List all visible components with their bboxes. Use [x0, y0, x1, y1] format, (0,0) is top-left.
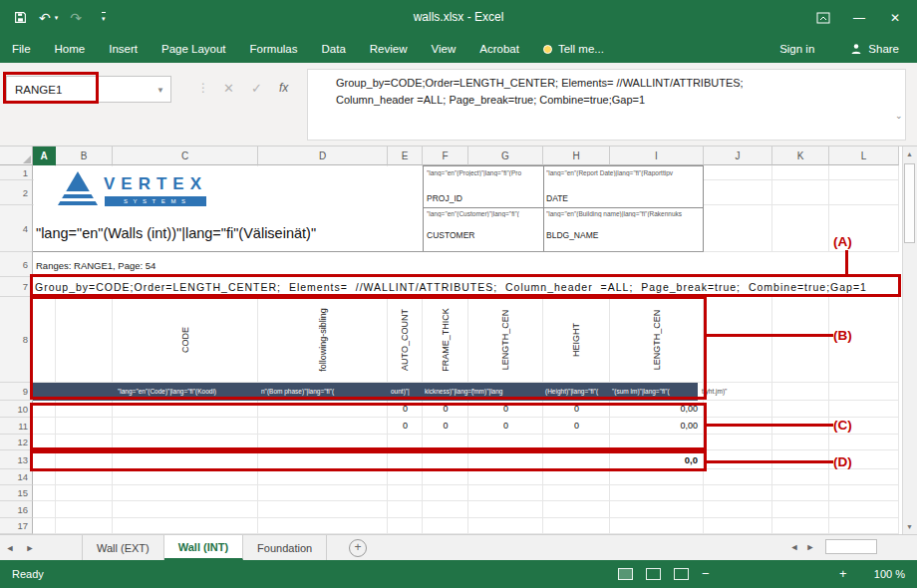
- header-fragment: "(sum lm)"|lang="fi"(: [612, 388, 670, 395]
- data-cell[interactable]: 0,00: [610, 401, 698, 418]
- sheet-content: VERTEX S Y S T E M S "lang="en"(Project)…: [0, 0, 917, 588]
- logo-subtext: S Y S T E M S: [105, 196, 206, 206]
- cell-customer[interactable]: CUSTOMER: [427, 230, 475, 240]
- data-cell[interactable]: 0: [388, 401, 423, 418]
- data-cell[interactable]: 0: [423, 418, 468, 435]
- rotated-column-header[interactable]: LENGTH_CEN: [652, 310, 662, 371]
- excel-window: ABCDEFGHIJKL12467891011121314151617 VERT…: [0, 0, 917, 588]
- cell-ranges[interactable]: Ranges: RANGE1, Page: 54: [36, 260, 155, 271]
- rotated-column-header[interactable]: FRAME_THICK: [441, 308, 451, 372]
- rotated-column-header[interactable]: following-sibling: [318, 308, 328, 372]
- cell-customer-lang[interactable]: "lang="en"(Customer)"|lang="fi"(: [427, 210, 540, 217]
- header-fragment: "lang="en"(Code)"|lang="fi"(Koodi): [118, 388, 216, 395]
- cell-building-lang[interactable]: "lang="en"(Building name)|lang="fi"(Rake…: [546, 210, 702, 217]
- header-fragment: kickness)"|lang=": [425, 388, 473, 395]
- header-fragment: (Height)"|lang="fi"(: [545, 388, 598, 395]
- cell-group-by[interactable]: Group_by=CODE;Order=LENGTH_CENTER; Eleme…: [35, 281, 900, 293]
- header-bottom-border: [33, 251, 704, 252]
- rotated-column-header[interactable]: HEIGHT: [571, 323, 581, 357]
- header-fragment: n"(Bom phase)"|lang="fi"(: [261, 388, 334, 395]
- cell-walls-title[interactable]: "lang="en"(Walls (int))"|lang="fi"(Välis…: [36, 225, 316, 241]
- data-cell[interactable]: 0: [543, 401, 610, 418]
- doc-header-divider: [543, 165, 544, 252]
- data-cell[interactable]: 0,00: [610, 418, 698, 435]
- vertex-logo-icon: [56, 169, 100, 207]
- data-cell[interactable]: 0: [388, 418, 423, 435]
- cell-bldg-name[interactable]: BLDG_NAME: [546, 230, 598, 240]
- data-cell[interactable]: 0: [543, 418, 610, 435]
- rotated-column-header[interactable]: LENGTH_CEN: [500, 310, 510, 371]
- header-fragment: t yht.jm)": [702, 388, 727, 395]
- header-fragment: ount)"|: [391, 388, 410, 395]
- cell-date[interactable]: DATE: [546, 193, 568, 203]
- data-cell[interactable]: 0: [468, 401, 543, 418]
- header-fragment: (mm)"|lang: [471, 388, 502, 395]
- cell-proj-id[interactable]: PROJ_ID: [427, 193, 462, 203]
- total-cell[interactable]: 0,0: [604, 450, 698, 469]
- rotated-column-header[interactable]: CODE: [180, 327, 190, 353]
- rotated-column-header[interactable]: AUTO_COUNT: [400, 309, 410, 371]
- cell-project-lang[interactable]: "lang="en"(Project)"|lang="fi"(Pro: [427, 169, 540, 176]
- logo-text: VERTEX: [104, 174, 207, 194]
- data-cell[interactable]: 0: [423, 401, 468, 418]
- data-cell[interactable]: 0: [468, 418, 543, 435]
- doc-header-divider: [423, 207, 704, 208]
- cell-report-date-lang[interactable]: "lang="en"(Report Date)|lang="fi"(Raport…: [546, 169, 702, 176]
